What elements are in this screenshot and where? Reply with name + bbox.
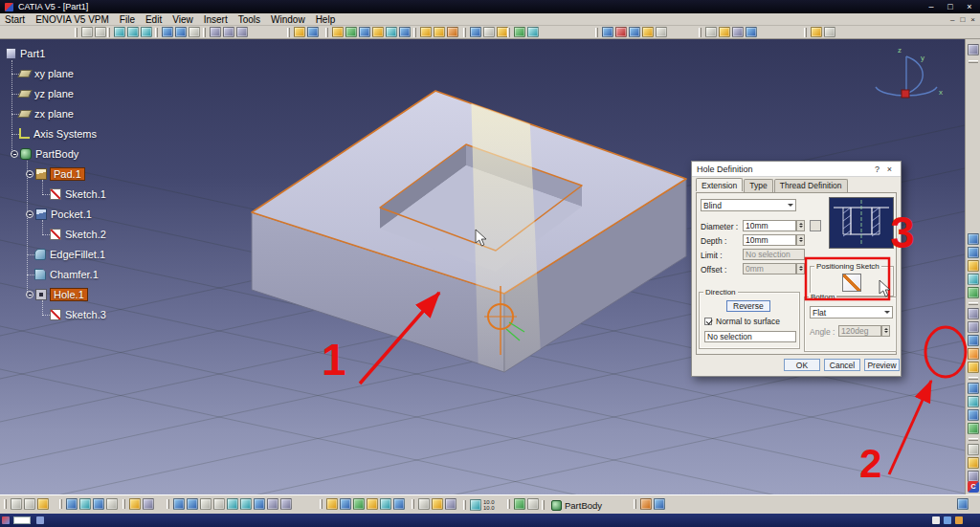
toolbar-handle[interactable] <box>122 499 125 509</box>
tree-item-edgefillet1[interactable]: EdgeFillet.1 <box>34 244 201 264</box>
diameter-field[interactable]: 10mm <box>743 220 796 231</box>
tool-icon[interactable] <box>380 498 391 510</box>
tool-icon[interactable] <box>332 27 344 37</box>
diameter-spinner[interactable] <box>796 220 805 231</box>
tool-icon[interactable] <box>79 498 91 510</box>
tool-icon[interactable] <box>367 498 378 510</box>
menu-insert[interactable]: Insert <box>204 14 228 25</box>
preview-button[interactable]: Preview <box>864 359 900 371</box>
toolbar-handle[interactable] <box>413 28 416 37</box>
tool-icon[interactable] <box>434 27 445 37</box>
toolbar-handle[interactable] <box>325 28 328 37</box>
toolbar-handle[interactable] <box>75 28 78 37</box>
menu-enovia[interactable]: ENOVIA V5 VPM <box>35 14 109 25</box>
tool-icon[interactable] <box>957 498 969 510</box>
copy-icon[interactable] <box>127 27 139 37</box>
print-icon[interactable] <box>95 27 106 37</box>
hole-tool-icon[interactable] <box>968 362 979 373</box>
doc-restore-button[interactable]: □ <box>960 15 965 24</box>
plane-tool-icon[interactable] <box>968 457 979 469</box>
tool-icon[interactable] <box>527 27 539 37</box>
zoom-out-icon[interactable] <box>240 498 252 510</box>
toolbar-handle[interactable] <box>542 500 545 510</box>
boolean-tool-icon[interactable] <box>968 423 979 434</box>
compass[interactable]: z y x <box>876 46 943 98</box>
toolbar-handle[interactable] <box>167 499 169 509</box>
menu-tools[interactable]: Tools <box>238 14 260 25</box>
tray-icon[interactable] <box>955 516 963 524</box>
tool-icon[interactable] <box>393 498 405 510</box>
toolbar-handle[interactable] <box>203 28 206 37</box>
tool-icon[interactable] <box>629 27 640 37</box>
tool-icon[interactable] <box>418 498 430 510</box>
tree-item-pocket1[interactable]: Pocket.1 <box>26 204 201 224</box>
tool-icon[interactable] <box>732 27 744 37</box>
snap-to-grid-icon[interactable] <box>470 499 481 511</box>
menu-help[interactable]: Help <box>316 14 336 25</box>
sketch-tool-icon[interactable] <box>968 348 979 360</box>
translate-tool-icon[interactable] <box>968 409 979 421</box>
select-icon[interactable] <box>968 44 979 55</box>
undo-icon[interactable] <box>162 27 173 37</box>
tool-icon[interactable] <box>447 27 458 37</box>
tray-icon[interactable] <box>932 516 940 524</box>
toolbar-handle[interactable] <box>969 377 978 380</box>
in-work-object[interactable]: PartBody <box>548 498 605 512</box>
rotate-icon[interactable] <box>213 498 225 510</box>
tree-item-sketch2[interactable]: Sketch.2 <box>50 224 201 244</box>
toolbar-handle[interactable] <box>507 499 510 509</box>
tool-icon[interactable] <box>223 27 234 37</box>
tool-icon[interactable] <box>656 27 667 37</box>
tool-icon[interactable] <box>37 498 49 510</box>
toolbar-handle[interactable] <box>969 302 978 305</box>
tree-item-part1[interactable]: Part1 <box>6 43 201 63</box>
tree-item-yz-plane[interactable]: yz plane <box>19 83 201 103</box>
fly-icon[interactable] <box>173 498 185 510</box>
tab-extension[interactable]: Extension <box>696 178 743 191</box>
doc-close-button[interactable]: × <box>970 15 975 24</box>
tab-thread-definition[interactable]: Thread Definition <box>774 179 848 192</box>
tool-icon[interactable] <box>746 27 757 37</box>
tool-icon[interactable] <box>824 27 835 37</box>
menu-view[interactable]: View <box>172 14 193 25</box>
toolbar-handle[interactable] <box>969 438 978 441</box>
menu-edit[interactable]: Edit <box>145 14 162 25</box>
status-icon[interactable] <box>2 516 10 524</box>
dialog-title-bar[interactable]: Hole Definition ? × <box>692 162 901 177</box>
tool-icon[interactable] <box>811 27 822 37</box>
toolbar-handle[interactable] <box>804 28 807 37</box>
normal-to-surface-checkbox[interactable] <box>704 318 712 325</box>
tool-icon[interactable] <box>143 498 154 510</box>
multi-view-icon[interactable] <box>267 498 278 510</box>
close-button[interactable]: × <box>964 0 975 13</box>
tool-icon[interactable] <box>353 498 365 510</box>
tree-item-axis-systems[interactable]: Axis Systems <box>19 123 201 143</box>
tool-icon[interactable] <box>359 27 370 37</box>
toolbar-handle[interactable] <box>507 28 510 37</box>
paste-icon[interactable] <box>141 27 152 37</box>
tab-type[interactable]: Type <box>744 179 772 192</box>
toolbar-handle[interactable] <box>59 499 62 509</box>
toolbar-handle[interactable] <box>699 28 702 37</box>
compass-base[interactable] <box>902 90 909 98</box>
tool-icon[interactable] <box>129 498 141 510</box>
tool-icon[interactable] <box>527 498 539 510</box>
tool-icon[interactable] <box>294 27 305 37</box>
tree-expander[interactable] <box>26 210 33 218</box>
toolbar-handle[interactable] <box>463 28 466 37</box>
shaft-tool-icon[interactable] <box>968 260 979 272</box>
tool-icon[interactable] <box>340 498 351 510</box>
open-doc-icon[interactable] <box>24 498 35 510</box>
depth-field[interactable]: 10mm <box>743 234 796 246</box>
ok-button[interactable]: OK <box>784 359 820 371</box>
rib-tool-icon[interactable] <box>968 287 979 298</box>
tree-item-sketch1[interactable]: Sketch.1 <box>50 184 201 204</box>
tool-icon[interactable] <box>615 27 627 37</box>
toolbar-handle[interactable] <box>595 28 598 37</box>
normal-view-icon[interactable] <box>254 498 265 510</box>
tool-icon[interactable] <box>445 498 457 510</box>
tree-expander[interactable] <box>26 291 33 298</box>
cancel-button[interactable]: Cancel <box>824 359 860 371</box>
tool-icon[interactable] <box>514 498 525 510</box>
tree-item-chamfer1[interactable]: Chamfer.1 <box>34 264 201 284</box>
